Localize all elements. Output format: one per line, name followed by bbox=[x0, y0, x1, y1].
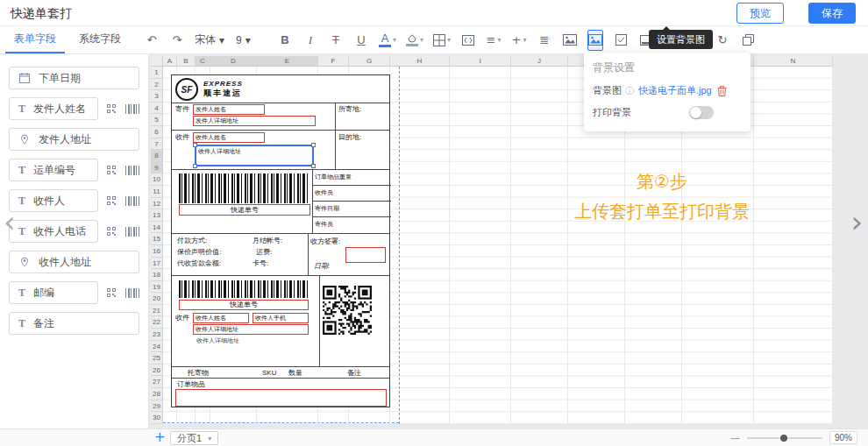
bold-button[interactable]: B bbox=[277, 30, 293, 51]
placed-field-tracking-number-2[interactable]: 快递单号 bbox=[179, 300, 309, 310]
insert-image-button[interactable] bbox=[562, 30, 578, 51]
row-header-22[interactable]: 22 bbox=[151, 316, 163, 329]
placed-field-sender-address[interactable]: 发件人详细地址 bbox=[193, 116, 316, 126]
checkbox-tool-button[interactable] bbox=[613, 30, 629, 51]
resize-handle[interactable] bbox=[193, 143, 197, 147]
row-header-16[interactable]: 16 bbox=[151, 245, 163, 258]
row-header-19[interactable]: 19 bbox=[151, 281, 163, 294]
add-page-button[interactable]: + bbox=[154, 429, 166, 446]
row-header-11[interactable]: 11 bbox=[151, 186, 163, 198]
column-header-C[interactable]: C bbox=[196, 56, 210, 67]
placed-field-order-items[interactable] bbox=[175, 389, 387, 407]
field-waybill-number[interactable]: T 运单编号 bbox=[9, 159, 98, 181]
fill-color-button[interactable]: ▾ bbox=[406, 30, 423, 51]
column-header-A[interactable]: A bbox=[163, 56, 177, 67]
list-button[interactable]: ≣ bbox=[537, 30, 552, 51]
tab-system-fields[interactable]: 系统字段 bbox=[70, 26, 130, 53]
undo-button[interactable]: ↶ bbox=[144, 30, 160, 51]
row-header-26[interactable]: 26 bbox=[151, 365, 163, 377]
column-header-B[interactable]: B bbox=[177, 56, 196, 67]
copy-button[interactable] bbox=[740, 30, 756, 51]
placed-field-recipient-address-2[interactable]: 收件人详细地址 bbox=[193, 324, 309, 335]
field-recipient[interactable]: T 收件人 bbox=[9, 189, 98, 212]
row-header-30[interactable]: 30 bbox=[151, 412, 163, 424]
row-header-5[interactable]: 5 bbox=[151, 114, 163, 126]
expand-right-arrow[interactable]: › bbox=[850, 207, 863, 237]
row-header-14[interactable]: 14 bbox=[151, 222, 163, 234]
row-header-15[interactable]: 15 bbox=[151, 233, 163, 245]
field-sender-address[interactable]: 发件人地址 bbox=[9, 128, 139, 151]
strikethrough-button[interactable]: T bbox=[328, 30, 344, 51]
column-header-I[interactable]: I bbox=[450, 56, 511, 67]
column-header-H[interactable]: H bbox=[390, 56, 450, 67]
zoom-slider[interactable] bbox=[747, 437, 822, 439]
row-header-3[interactable]: 3 bbox=[151, 90, 163, 103]
placed-field-recipient-name[interactable]: 收件人姓名 bbox=[193, 132, 265, 143]
row-header-29[interactable]: 29 bbox=[151, 400, 163, 413]
redo-button[interactable]: ↷ bbox=[169, 30, 185, 51]
resize-handle[interactable] bbox=[311, 164, 316, 168]
placed-field-tracking-number[interactable]: 快递单号 bbox=[179, 204, 310, 216]
collapse-left-arrow[interactable]: ‹ bbox=[4, 207, 16, 237]
row-header-20[interactable]: 20 bbox=[151, 293, 163, 305]
row-header-8[interactable]: 8 bbox=[151, 150, 163, 162]
row-header-7[interactable]: 7 bbox=[151, 138, 163, 151]
italic-button[interactable]: I bbox=[302, 30, 318, 51]
row-header-25[interactable]: 25 bbox=[151, 352, 163, 365]
placed-field-recipient-mobile[interactable]: 收件人手机 bbox=[253, 313, 309, 323]
insert-button[interactable]: +▾ bbox=[511, 30, 527, 51]
borders-button[interactable]: ▾ bbox=[433, 30, 451, 51]
qrcode-icon[interactable] bbox=[104, 223, 119, 239]
save-button[interactable]: 保存 bbox=[808, 3, 856, 24]
sheet-corner[interactable] bbox=[151, 56, 163, 67]
row-header-18[interactable]: 18 bbox=[151, 269, 163, 281]
resize-handle[interactable] bbox=[311, 143, 316, 147]
row-header-28[interactable]: 28 bbox=[151, 388, 163, 400]
row-header-27[interactable]: 27 bbox=[151, 376, 163, 388]
barcode-icon[interactable] bbox=[125, 285, 140, 301]
zoom-slider-handle[interactable] bbox=[780, 435, 787, 442]
selected-field-recipient-address[interactable]: 收件人详细地址 bbox=[195, 145, 314, 166]
set-background-image-button[interactable] bbox=[587, 30, 603, 51]
field-remark[interactable]: T 备注 bbox=[9, 312, 139, 335]
row-header-2[interactable]: 2 bbox=[151, 79, 163, 91]
row-header-21[interactable]: 21 bbox=[151, 305, 163, 317]
column-header-N[interactable]: N bbox=[754, 56, 833, 67]
row-header-4[interactable]: 4 bbox=[151, 103, 163, 115]
column-header-J[interactable]: J bbox=[511, 56, 568, 67]
barcode-icon[interactable] bbox=[125, 162, 140, 178]
qrcode-icon[interactable] bbox=[104, 193, 119, 209]
row-header-1[interactable]: 1 bbox=[151, 67, 163, 79]
column-header-E[interactable]: E bbox=[257, 56, 318, 67]
field-postcode[interactable]: T 邮编 bbox=[9, 281, 98, 304]
zoom-out-button[interactable]: — bbox=[730, 432, 740, 443]
preview-button[interactable]: 预览 bbox=[736, 3, 784, 24]
qrcode-icon[interactable] bbox=[104, 285, 119, 301]
barcode-icon[interactable] bbox=[125, 101, 140, 117]
row-header-13[interactable]: 13 bbox=[151, 209, 163, 222]
refresh-button[interactable]: ↻ bbox=[715, 30, 730, 51]
print-background-toggle[interactable] bbox=[689, 106, 714, 119]
row-header-23[interactable]: 23 bbox=[151, 329, 163, 341]
underline-button[interactable]: U bbox=[353, 30, 369, 51]
font-size-select[interactable]: 9▾ bbox=[236, 30, 267, 51]
row-header-12[interactable]: 12 bbox=[151, 198, 163, 210]
column-header-D[interactable]: D bbox=[210, 56, 257, 67]
placed-field-sender-name[interactable]: 发件人姓名 bbox=[193, 104, 265, 115]
row-header-6[interactable]: 6 bbox=[151, 126, 163, 138]
row-header-10[interactable]: 10 bbox=[151, 173, 163, 186]
qrcode-icon[interactable] bbox=[104, 101, 119, 117]
page-selector[interactable]: 分页1 ▾ bbox=[170, 431, 218, 445]
font-color-button[interactable]: A▾ bbox=[379, 30, 396, 51]
qrcode-icon[interactable] bbox=[104, 162, 119, 178]
row-header-17[interactable]: 17 bbox=[151, 258, 163, 270]
placed-field-recipient-name-2[interactable]: 收件人姓名 bbox=[193, 313, 249, 323]
field-order-date[interactable]: 下单日期 bbox=[9, 67, 139, 89]
delete-background-button[interactable] bbox=[717, 86, 727, 96]
font-family-select[interactable]: 宋体▾ bbox=[195, 30, 226, 51]
field-recipient-phone[interactable]: T 收件人电话 bbox=[9, 220, 98, 243]
resize-handle[interactable] bbox=[193, 164, 197, 168]
row-header-9[interactable]: 9 bbox=[151, 162, 163, 174]
align-button[interactable]: ≡▾ bbox=[486, 30, 502, 51]
placed-field-signature[interactable] bbox=[345, 247, 386, 263]
